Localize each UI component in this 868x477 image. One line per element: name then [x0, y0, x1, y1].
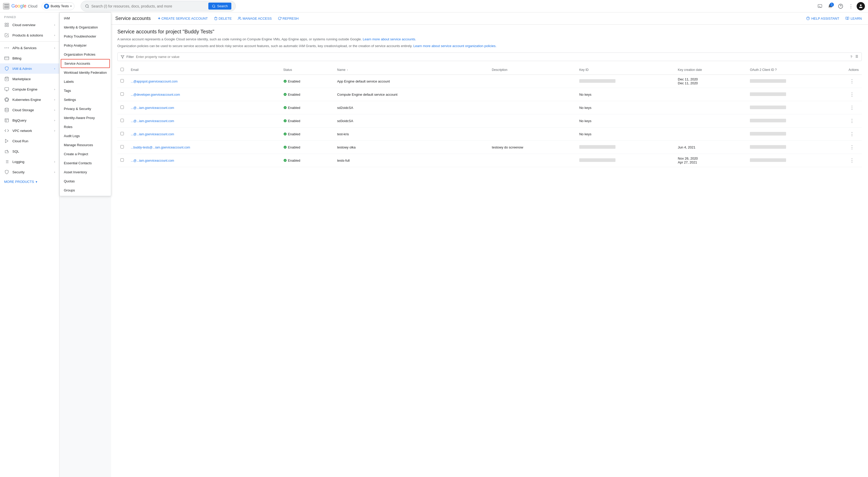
project-selector[interactable]: Buddy Tests ▾ — [42, 2, 75, 10]
row-checkbox[interactable] — [120, 119, 124, 122]
submenu-item-privacy-security[interactable]: Privacy & Security — [60, 104, 111, 113]
search-bar[interactable]: Search — [81, 1, 236, 11]
sidebar-item-logging[interactable]: Logging › — [0, 156, 59, 167]
submenu-item-settings[interactable]: Settings — [60, 95, 111, 104]
row-checkbox-cell[interactable] — [117, 141, 128, 154]
sidebar-item-cloud-run[interactable]: Cloud Run — [0, 136, 59, 146]
row-checkbox-cell[interactable] — [117, 101, 128, 114]
submenu-item-create-project[interactable]: Create a Project — [60, 150, 111, 158]
oauth-help-icon[interactable]: ? — [775, 68, 777, 72]
more-options-button[interactable]: ⋮ — [846, 2, 856, 11]
sidebar-item-bigquery[interactable]: BigQuery › — [0, 115, 59, 125]
col-email[interactable]: Email — [128, 65, 280, 75]
submenu-item-asset-inventory[interactable]: Asset Inventory — [60, 168, 111, 177]
col-status[interactable]: Status — [280, 65, 334, 75]
sidebar-item-sql[interactable]: SQL — [0, 146, 59, 156]
search-button[interactable]: Search — [208, 3, 231, 9]
help-button[interactable] — [836, 2, 845, 11]
create-service-account-button[interactable]: + CREATE SERVICE ACCOUNT — [155, 14, 211, 22]
row-checkbox[interactable] — [120, 106, 124, 109]
email-link[interactable]: ...@...iam.gserviceaccount.com — [131, 106, 174, 110]
submenu-item-workload-identity[interactable]: Workload Identity Federation — [60, 68, 111, 77]
select-all-checkbox[interactable] — [120, 68, 124, 71]
submenu-item-tags[interactable]: Tags — [60, 86, 111, 95]
more-products-button[interactable]: MORE PRODUCTS ▾ — [0, 177, 59, 186]
submenu-item-organization-policies[interactable]: Organization Policies — [60, 50, 111, 59]
manage-access-button[interactable]: MANAGE ACCESS — [235, 15, 275, 22]
col-name[interactable]: Name ↑ — [334, 65, 489, 75]
submenu-item-identity-organization[interactable]: Identity & Organization — [60, 23, 111, 32]
row-actions-button[interactable]: ⋮ — [848, 130, 855, 138]
filter-help-icon[interactable]: ? — [850, 55, 852, 59]
row-checkbox-cell[interactable] — [117, 154, 128, 167]
col-oauth2-client-id[interactable]: OAuth 2 Client ID ? — [747, 65, 845, 75]
help-assistant-button[interactable]: HELP ASSISTANT — [804, 15, 841, 22]
submenu-item-identity-aware-proxy[interactable]: Identity-Aware Proxy — [60, 113, 111, 122]
sidebar-item-compute-engine[interactable]: Compute Engine › — [0, 84, 59, 94]
email-link[interactable]: ...@appspot.gserviceaccount.com — [131, 80, 178, 83]
row-checkbox-cell[interactable] — [117, 75, 128, 88]
filter-columns-icon[interactable] — [854, 54, 859, 59]
row-actions-button[interactable]: ⋮ — [848, 91, 855, 98]
col-key-id[interactable]: Key ID — [576, 65, 675, 75]
learn-button[interactable]: LEARN — [843, 15, 864, 22]
submenu-item-policy-troubleshooter[interactable]: Policy Troubleshooter — [60, 32, 111, 41]
submenu-item-policy-analyzer[interactable]: Policy Analyzer — [60, 41, 111, 50]
table-row: ...@appspot.gserviceaccount.com Enabled … — [117, 75, 862, 88]
row-checkbox[interactable] — [120, 132, 124, 135]
refresh-button[interactable]: REFRESH — [275, 15, 302, 22]
col-key-creation-date[interactable]: Key creation date — [675, 65, 747, 75]
hamburger-menu[interactable] — [3, 3, 9, 9]
sidebar-item-products-solutions[interactable]: Products & solutions › — [0, 30, 59, 40]
row-checkbox[interactable] — [120, 145, 124, 148]
submenu-item-quotas[interactable]: Quotas — [60, 177, 111, 186]
sidebar-item-billing[interactable]: Billing — [0, 53, 59, 63]
email-link[interactable]: ...@...iam.gserviceaccount.com — [131, 119, 174, 123]
row-actions-button[interactable]: ⋮ — [848, 156, 855, 164]
sidebar-item-apis-services[interactable]: APIs & Services › — [0, 43, 59, 53]
row-checkbox[interactable] — [120, 79, 124, 83]
notifications-button[interactable]: 1 — [826, 2, 835, 11]
user-avatar[interactable] — [857, 2, 865, 10]
col-checkbox[interactable] — [117, 65, 128, 75]
submenu-item-manage-resources[interactable]: Manage Resources — [60, 141, 111, 150]
row-checkbox[interactable] — [120, 158, 124, 162]
sidebar-item-iam-admin[interactable]: IAM & Admin › — [0, 63, 59, 74]
row-checkbox[interactable] — [120, 92, 124, 96]
page-description-1: A service account represents a Google Cl… — [117, 37, 862, 42]
sidebar-item-vpc-network[interactable]: VPC network › — [0, 125, 59, 136]
page-description-2: Organization policies can be used to sec… — [117, 43, 862, 49]
row-checkbox-cell[interactable] — [117, 88, 128, 101]
email-link[interactable]: ...buddy-tests@...iam.gserviceaccount.co… — [131, 146, 190, 149]
filter-bar[interactable]: Filter ? — [117, 53, 862, 61]
email-link[interactable]: ...@...iam.gserviceaccount.com — [131, 132, 174, 136]
sidebar-item-cloud-overview[interactable]: Cloud overview › — [0, 20, 59, 30]
google-cloud-logo[interactable]: Google Cloud — [11, 3, 37, 9]
submenu-item-essential-contacts[interactable]: Essential Contacts — [60, 158, 111, 168]
submenu-item-labels[interactable]: Labels — [60, 77, 111, 86]
sidebar-item-kubernetes-engine[interactable]: Kubernetes Engine › — [0, 94, 59, 105]
search-input[interactable] — [91, 4, 206, 8]
row-checkbox-cell[interactable] — [117, 127, 128, 141]
filter-input[interactable] — [136, 55, 848, 59]
submenu-item-groups[interactable]: Groups — [60, 186, 111, 195]
row-actions-button[interactable]: ⋮ — [848, 77, 855, 85]
cloud-shell-button[interactable] — [815, 2, 825, 11]
row-actions-button[interactable]: ⋮ — [848, 117, 855, 125]
row-actions-button[interactable]: ⋮ — [848, 143, 855, 151]
col-description[interactable]: Description — [489, 65, 576, 75]
sidebar-item-marketplace[interactable]: Marketplace — [0, 74, 59, 84]
email-link[interactable]: ...@...iam.gserviceaccount.com — [131, 159, 174, 162]
learn-more-service-accounts-link[interactable]: Learn more about service accounts. — [363, 37, 416, 41]
delete-button[interactable]: DELETE — [211, 15, 235, 22]
submenu-item-roles[interactable]: Roles — [60, 122, 111, 131]
submenu-item-service-accounts[interactable]: Service Accounts — [61, 59, 110, 68]
submenu-item-iam[interactable]: IAM — [60, 14, 111, 23]
submenu-item-audit-logs[interactable]: Audit Logs — [60, 131, 111, 141]
row-checkbox-cell[interactable] — [117, 114, 128, 127]
learn-more-org-policies-link[interactable]: Learn more about service account organiz… — [413, 44, 497, 48]
email-link[interactable]: ...@developer.gserviceaccount.com — [131, 93, 180, 96]
row-actions-button[interactable]: ⋮ — [848, 104, 855, 112]
sidebar-item-cloud-storage[interactable]: Cloud Storage › — [0, 105, 59, 115]
sidebar-item-security[interactable]: Security › — [0, 167, 59, 177]
